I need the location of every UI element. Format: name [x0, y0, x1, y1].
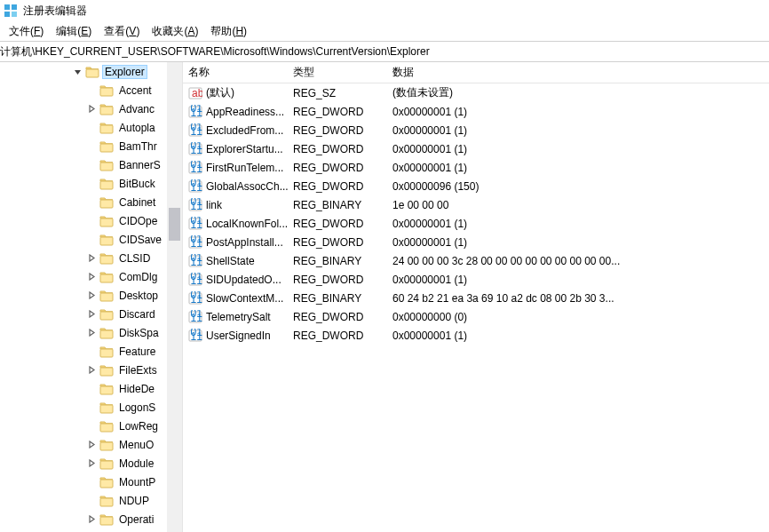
tree-item[interactable]: LogonS [0, 398, 164, 417]
value-row[interactable]: 011110LocalKnownFol...REG_DWORD0x0000000… [183, 214, 769, 233]
tree-item-label: CLSID [116, 251, 153, 266]
svg-rect-1 [12, 4, 17, 10]
column-header-data[interactable]: 数据 [387, 62, 769, 83]
tree-item[interactable]: NDUP [0, 491, 164, 510]
value-data: 0x00000096 (150) [387, 180, 769, 193]
tree-item[interactable]: BannerS [0, 155, 164, 174]
chevron-right-icon[interactable] [85, 308, 98, 321]
tree-item-label: BannerS [116, 158, 163, 172]
value-row[interactable]: 011110UserSignedInREG_DWORD0x00000001 (1… [183, 326, 769, 345]
tree-item[interactable]: CLSID [0, 249, 164, 267]
value-data: 0x00000001 (1) [387, 330, 769, 342]
tree-item[interactable]: Feature [0, 342, 164, 361]
value-name: link [206, 199, 222, 211]
value-row[interactable]: 011110GlobalAssocCh...REG_DWORD0x0000009… [183, 177, 769, 195]
tree-item[interactable]: ComDlg [0, 267, 164, 286]
svg-rect-18 [100, 330, 113, 338]
tree-item[interactable]: CIDOpe [0, 211, 164, 230]
value-row[interactable]: 011110SIDUpdatedO...REG_DWORD0x00000001 … [183, 270, 769, 289]
menu-file[interactable]: 文件(F) [4, 23, 49, 40]
tree-item-label: DiskSpa [116, 326, 162, 340]
tree-item[interactable]: MountP [0, 472, 164, 491]
tree-item[interactable]: HideDe [0, 379, 164, 398]
svg-rect-26 [100, 480, 113, 488]
menu-favorites[interactable]: 收藏夹(A) [147, 23, 203, 40]
value-data: 0x00000001 (1) [387, 106, 769, 118]
value-row[interactable]: 011110PostAppInstall...REG_DWORD0x000000… [183, 233, 769, 251]
tree-item[interactable]: Autopla [0, 118, 164, 137]
tree-item[interactable]: Discard [0, 305, 164, 323]
value-row[interactable]: 011110ExcludedFrom...REG_DWORD0x00000001… [183, 121, 769, 139]
chevron-right-icon[interactable] [85, 271, 98, 283]
tree-item[interactable]: CIDSave [0, 230, 164, 249]
tree-item[interactable]: Operati [0, 510, 164, 528]
svg-rect-3 [12, 12, 17, 17]
value-row[interactable]: 011110ExplorerStartu...REG_DWORD0x000000… [183, 139, 769, 158]
tree-item[interactable]: Desktop [0, 286, 164, 305]
tree-item[interactable]: Packag [0, 528, 164, 532]
tree-item[interactable]: Accent [0, 81, 164, 99]
value-list[interactable]: 名称 类型 数据 ab(默认)REG_SZ(数值未设置)011110AppRea… [183, 62, 769, 532]
chevron-right-icon[interactable] [85, 439, 98, 451]
tree-item[interactable]: MenuO [0, 435, 164, 454]
tree-item-label: Operati [116, 512, 156, 527]
value-type: REG_DWORD [288, 162, 387, 174]
tree-item[interactable]: LowReg [0, 417, 164, 435]
folder-icon [99, 215, 114, 227]
svg-text:110: 110 [191, 181, 203, 194]
tree-view[interactable]: ExplorerAccentAdvancAutoplaBamThrBannerS… [0, 62, 183, 532]
value-data: 0x00000001 (1) [387, 162, 769, 174]
tree-scrollbar-thumb[interactable] [169, 208, 180, 241]
svg-rect-19 [100, 349, 113, 357]
chevron-down-icon[interactable] [71, 66, 83, 78]
menu-edit[interactable]: 编辑(E) [51, 23, 97, 40]
value-type: REG_BINARY [288, 292, 387, 305]
folder-icon [99, 290, 114, 302]
value-row[interactable]: 011110FirstRunTelem...REG_DWORD0x0000000… [183, 158, 769, 177]
tree-item-label: CIDSave [116, 233, 164, 247]
value-data: 0x00000001 (1) [387, 143, 769, 155]
tree-scrollbar[interactable] [167, 62, 182, 532]
tree-item[interactable]: BitBuck [0, 174, 164, 193]
svg-text:110: 110 [191, 256, 203, 268]
folder-icon [99, 252, 114, 265]
folder-icon [99, 308, 114, 321]
value-row[interactable]: 011110AppReadiness...REG_DWORD0x00000001… [183, 102, 769, 121]
tree-item-label: ComDlg [116, 270, 160, 284]
svg-rect-14 [100, 256, 113, 264]
tree-item[interactable]: Cabinet [0, 193, 164, 211]
chevron-right-icon[interactable] [85, 513, 98, 526]
value-data: 0x00000001 (1) [387, 236, 769, 249]
value-row[interactable]: ab(默认)REG_SZ(数值未设置) [183, 83, 769, 102]
expander-placeholder [85, 420, 98, 433]
svg-rect-13 [100, 237, 113, 245]
value-data: 0x00000001 (1) [387, 124, 769, 137]
chevron-right-icon[interactable] [85, 364, 98, 377]
tree-item[interactable]: Advanc [0, 99, 164, 118]
chevron-right-icon[interactable] [85, 252, 98, 265]
tree-item[interactable]: DiskSpa [0, 323, 164, 342]
column-header-type[interactable]: 类型 [288, 62, 387, 83]
tree-item-selected[interactable]: Explorer [0, 62, 164, 81]
expander-placeholder [85, 234, 98, 246]
value-row[interactable]: 011110SlowContextM...REG_BINARY60 24 b2 … [183, 289, 769, 307]
value-data: 24 00 00 00 3c 28 00 00 00 00 00 00 00 0… [387, 255, 769, 267]
tree-item[interactable]: FileExts [0, 361, 164, 379]
menu-help[interactable]: 帮助(H) [205, 23, 252, 40]
value-row[interactable]: 011110linkREG_BINARY1e 00 00 00 [183, 195, 769, 214]
chevron-right-icon[interactable] [85, 103, 98, 115]
svg-text:110: 110 [191, 237, 203, 250]
chevron-right-icon[interactable] [85, 290, 98, 302]
value-row[interactable]: 011110ShellStateREG_BINARY24 00 00 00 3c… [183, 251, 769, 270]
chevron-right-icon[interactable] [85, 457, 98, 470]
menu-view[interactable]: 查看(V) [99, 23, 145, 40]
value-row[interactable]: 011110TelemetrySaltREG_DWORD0x00000000 (… [183, 307, 769, 326]
binary-value-icon: 011110 [188, 235, 202, 250]
tree-item[interactable]: Module [0, 454, 164, 472]
chevron-right-icon[interactable] [85, 327, 98, 339]
tree-item[interactable]: BamThr [0, 137, 164, 155]
menu-bar: 文件(F) 编辑(E) 查看(V) 收藏夹(A) 帮助(H) [0, 21, 769, 41]
column-header-name[interactable]: 名称 [183, 62, 288, 83]
value-data: 0x00000001 (1) [387, 218, 769, 230]
tree-item-label: Autopla [116, 121, 158, 135]
